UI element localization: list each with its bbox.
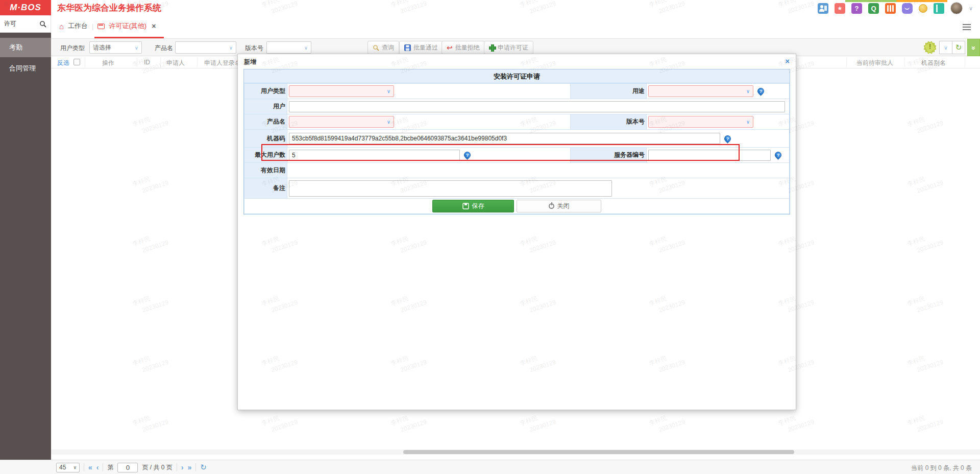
machine-code-input[interactable]	[289, 133, 720, 144]
sidebar: 考勤 合同管理	[0, 33, 51, 460]
chevron-down-icon: ∨	[746, 88, 750, 94]
home-icon: ⌂	[59, 22, 64, 31]
double-chevron-down-icon: »	[969, 46, 977, 49]
max-users-input[interactable]	[289, 150, 460, 161]
contact-body-shape	[819, 9, 824, 12]
page-prefix: 第	[107, 463, 113, 472]
purpose-label: 用途	[571, 84, 647, 99]
modal-close-icon[interactable]: ×	[785, 57, 790, 65]
header-icon-row: ★ ? Q ∨	[818, 2, 973, 14]
help-icon[interactable]: ?	[851, 3, 862, 14]
next-page-button[interactable]: ›	[181, 464, 184, 471]
col-applicant: 申请人	[166, 59, 185, 67]
batch-reject-button[interactable]: ↩ 批量拒绝	[442, 41, 485, 54]
menu-search-box[interactable]: 许可	[0, 15, 51, 33]
top-header: M·BOS 东华医为综合业务操作系统 ★ ? Q	[0, 0, 980, 15]
chevron-down-icon: ∨	[387, 88, 390, 94]
apply-license-button[interactable]: 申请许可证	[484, 41, 533, 54]
server-no-help-icon[interactable]: ?	[773, 150, 782, 159]
tab-divider: |	[92, 22, 93, 30]
product-select[interactable]: ∨	[289, 116, 394, 128]
first-page-button[interactable]: «	[88, 464, 92, 471]
filter-version-label: 版本号	[245, 44, 263, 53]
collapse-panel-button[interactable]: »	[967, 39, 980, 56]
star-glyph: ★	[838, 5, 843, 12]
save-button[interactable]: 保存	[432, 200, 514, 212]
search-icon[interactable]	[39, 20, 46, 28]
refresh-icon[interactable]: ↻	[200, 463, 207, 472]
active-tab-underline	[94, 37, 164, 38]
avatar-caret-icon[interactable]: ∨	[969, 5, 973, 12]
horizontal-scrollbar-thumb[interactable]	[403, 450, 794, 454]
qa-icon[interactable]: Q	[868, 3, 879, 14]
alert-starburst-icon[interactable]: !	[923, 40, 937, 55]
machine-code-help-icon[interactable]: ?	[723, 134, 732, 143]
contact-board-icon[interactable]	[818, 3, 828, 14]
power-icon	[549, 203, 554, 209]
page-number-input[interactable]	[117, 463, 138, 472]
close-button[interactable]: 关闭	[517, 200, 601, 212]
user-input[interactable]	[289, 101, 785, 112]
app-title: 东华医为综合业务操作系统	[57, 2, 161, 14]
filter-version-select[interactable]: ∨	[266, 41, 311, 54]
server-no-input[interactable]	[648, 150, 771, 161]
floppy-disk-icon	[404, 44, 411, 51]
filter-user-type-value: 请选择	[93, 43, 111, 52]
prev-page-button[interactable]: ‹	[96, 464, 99, 471]
filter-user-type-select[interactable]: 请选择 ∨	[89, 41, 142, 54]
product-label: 产品名	[244, 114, 287, 130]
bos-logo: M·BOS	[0, 0, 51, 15]
page-size-select[interactable]: 45 ∨	[56, 463, 80, 472]
page-suffix: 页 / 共 0 页	[142, 463, 172, 472]
remark-input[interactable]	[289, 180, 612, 197]
col-machine-alias: 机器别名	[921, 59, 946, 67]
batch-approve-label: 批量通过	[413, 43, 438, 52]
tab-workbench[interactable]: 工作台	[68, 21, 88, 31]
col-applicant-login: 申请人登录名	[204, 59, 241, 67]
modal-title: 新增	[244, 58, 256, 66]
medal-icon[interactable]	[919, 4, 927, 13]
max-users-label: 最大用户数	[244, 148, 287, 163]
col-operation: 操作	[102, 59, 117, 67]
tab-license-other[interactable]: 许可证(其他)	[109, 21, 146, 31]
reject-arrow-icon: ↩	[447, 43, 453, 52]
max-users-help-icon[interactable]: ?	[462, 150, 472, 159]
filter-product-label: 产品名	[155, 44, 173, 53]
message-icon[interactable]	[902, 3, 913, 14]
chevron-down-icon: ∨	[229, 45, 233, 51]
favorites-folder-icon[interactable]: ★	[835, 3, 845, 14]
purpose-select[interactable]: ∨	[648, 85, 753, 97]
pagination-bar: 45 ∨ « ‹ 第 页 / 共 0 页 › » ↻ 当前 0 到 0 条, 共…	[0, 460, 980, 474]
menu-hamburger-icon[interactable]	[963, 24, 971, 32]
filter-product-select[interactable]: ∨	[175, 41, 236, 54]
query-button-label: 查询	[382, 43, 394, 52]
query-button[interactable]: 查询	[368, 41, 399, 54]
user-type-select[interactable]: ∨	[289, 85, 394, 97]
col-current-approver: 当前待审批人	[856, 59, 893, 67]
last-page-button[interactable]: »	[187, 464, 191, 471]
batch-approve-button[interactable]: 批量通过	[399, 41, 443, 54]
toolbar-refresh-button[interactable]: ↻	[952, 41, 965, 54]
apply-license-label: 申请许可证	[498, 43, 528, 52]
select-all-checkbox[interactable]	[74, 59, 80, 65]
save-button-label: 保存	[472, 202, 484, 210]
tab-close-icon[interactable]: ×	[152, 22, 156, 30]
plus-icon	[489, 44, 495, 51]
menu-search-value: 许可	[4, 19, 16, 28]
archive-icon[interactable]	[885, 3, 896, 14]
tab-bar: ⌂ 工作台 | 许可证(其他) ×	[51, 15, 980, 39]
version-select[interactable]: ∨	[648, 116, 753, 128]
valid-date-cell	[287, 163, 790, 178]
machine-code-label: 机器码	[244, 130, 287, 148]
purpose-help-icon[interactable]: ?	[756, 86, 765, 96]
chevron-down-icon: ∨	[387, 119, 390, 125]
toolbar-dropdown-button[interactable]: ∨	[939, 41, 952, 54]
smile-shape	[904, 6, 910, 10]
user-avatar[interactable]	[950, 2, 963, 14]
page-size-value: 45	[59, 464, 66, 471]
license-tab-icon	[97, 23, 105, 29]
sidebar-item-attendance[interactable]: 考勤	[0, 38, 51, 57]
handbook-icon[interactable]	[934, 3, 944, 14]
sidebar-item-contract-management[interactable]: 合同管理	[0, 59, 51, 78]
invert-selection-link[interactable]: 反选	[57, 59, 69, 67]
